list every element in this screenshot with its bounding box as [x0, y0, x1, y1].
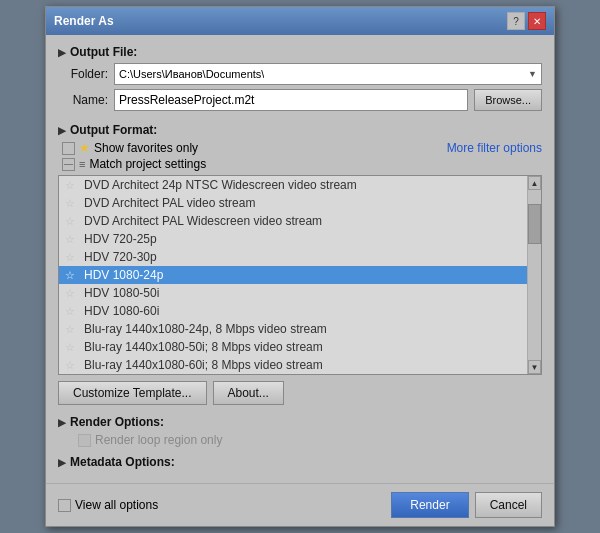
metadata-options-header: ▶ Metadata Options: [58, 455, 542, 469]
name-row: Name: Browse... [58, 89, 542, 111]
match-icon: ≡ [79, 158, 85, 170]
dialog-footer: View all options Render Cancel [46, 483, 554, 526]
item-star-icon: ☆ [65, 233, 79, 246]
footer-right: Render Cancel [391, 492, 542, 518]
loop-region-label: Render loop region only [95, 433, 222, 447]
item-star-icon: ☆ [65, 179, 79, 192]
name-input[interactable] [114, 89, 468, 111]
output-format-arrow: ▶ [58, 125, 66, 136]
filter-row: ★ Show favorites only More filter option… [58, 141, 542, 155]
dialog-body: ▶ Output File: Folder: C:\Users\Иванов\D… [46, 35, 554, 483]
show-favorites-label: Show favorites only [94, 141, 198, 155]
item-star-icon: ☆ [65, 341, 79, 354]
format-list[interactable]: ☆DVD Architect 24p NTSC Widescreen video… [59, 176, 541, 374]
format-list-item[interactable]: ☆DVD Architect PAL Widescreen video stre… [59, 212, 527, 230]
output-file-label: Output File: [70, 45, 137, 59]
browse-button[interactable]: Browse... [474, 89, 542, 111]
format-list-item[interactable]: ☆HDV 720-30p [59, 248, 527, 266]
title-bar: Render As ? ✕ [46, 7, 554, 35]
star-icon: ★ [79, 141, 90, 155]
folder-dropdown-arrow: ▼ [528, 69, 537, 79]
folder-row: Folder: C:\Users\Иванов\Documents\ ▼ [58, 63, 542, 85]
scroll-thumb[interactable] [528, 204, 541, 244]
title-bar-controls: ? ✕ [507, 12, 546, 30]
format-item-label: DVD Architect PAL video stream [84, 196, 255, 210]
format-list-item[interactable]: ☆HDV 1080-60i [59, 302, 527, 320]
folder-value: C:\Users\Иванов\Documents\ [119, 68, 264, 80]
format-item-label: Blu-ray 1440x1080-60i; 8 Mbps video stre… [84, 358, 323, 372]
item-star-icon: ☆ [65, 269, 79, 282]
match-project-label: Match project settings [89, 157, 206, 171]
format-item-label: HDV 720-30p [84, 250, 157, 264]
format-item-label: Blu-ray 1440x1080-24p, 8 Mbps video stre… [84, 322, 327, 336]
loop-region-row: Render loop region only [58, 433, 542, 447]
render-as-dialog: Render As ? ✕ ▶ Output File: Folder: C:\… [45, 6, 555, 527]
folder-dropdown[interactable]: C:\Users\Иванов\Documents\ ▼ [114, 63, 542, 85]
item-star-icon: ☆ [65, 323, 79, 336]
more-filter-link[interactable]: More filter options [447, 141, 542, 155]
format-item-label: HDV 1080-50i [84, 286, 159, 300]
render-options-section: ▶ Render Options: Render loop region onl… [58, 415, 542, 447]
close-button[interactable]: ✕ [528, 12, 546, 30]
item-star-icon: ☆ [65, 359, 79, 372]
scroll-track-empty [528, 244, 541, 360]
format-list-item[interactable]: ☆Blu-ray 1440x1080-24p, 8 Mbps video str… [59, 320, 527, 338]
scroll-down-arrow[interactable]: ▼ [528, 360, 541, 374]
about-button[interactable]: About... [213, 381, 284, 405]
view-all-checkbox[interactable] [58, 499, 71, 512]
format-list-item[interactable]: ☆HDV 720-25p [59, 230, 527, 248]
view-all-label: View all options [75, 498, 158, 512]
match-row: — ≡ Match project settings [58, 157, 542, 171]
metadata-options-section: ▶ Metadata Options: [58, 455, 542, 473]
metadata-options-arrow: ▶ [58, 457, 66, 468]
output-file-header: ▶ Output File: [58, 45, 542, 59]
format-list-scrollbar[interactable]: ▲ ▼ [527, 176, 541, 374]
scroll-up-arrow[interactable]: ▲ [528, 176, 541, 190]
render-options-arrow: ▶ [58, 417, 66, 428]
format-item-label: HDV 1080-60i [84, 304, 159, 318]
output-format-label: Output Format: [70, 123, 157, 137]
output-file-section: ▶ Output File: Folder: C:\Users\Иванов\D… [58, 45, 542, 115]
favorites-checkbox[interactable] [62, 142, 75, 155]
render-button[interactable]: Render [391, 492, 468, 518]
render-options-label: Render Options: [70, 415, 164, 429]
format-item-label: DVD Architect PAL Widescreen video strea… [84, 214, 322, 228]
output-format-section: ▶ Output Format: ★ Show favorites only M… [58, 123, 542, 407]
format-item-label: HDV 1080-24p [84, 268, 163, 282]
item-star-icon: ☆ [65, 305, 79, 318]
format-list-item[interactable]: ☆HDV 1080-50i [59, 284, 527, 302]
item-star-icon: ☆ [65, 197, 79, 210]
filter-left: ★ Show favorites only [62, 141, 198, 155]
loop-region-checkbox [78, 434, 91, 447]
format-list-item[interactable]: ☆Blu-ray 1440x1080-50i; 8 Mbps video str… [59, 338, 527, 356]
item-star-icon: ☆ [65, 215, 79, 228]
format-list-item[interactable]: ☆DVD Architect PAL video stream [59, 194, 527, 212]
format-action-buttons: Customize Template... About... [58, 375, 542, 407]
format-item-label: Blu-ray 1440x1080-50i; 8 Mbps video stre… [84, 340, 323, 354]
footer-left: View all options [58, 498, 158, 512]
folder-label: Folder: [58, 67, 108, 81]
name-label: Name: [58, 93, 108, 107]
format-list-item[interactable]: ☆HDV 1080-24p [59, 266, 527, 284]
customize-template-button[interactable]: Customize Template... [58, 381, 207, 405]
format-list-container: ☆DVD Architect 24p NTSC Widescreen video… [58, 175, 542, 375]
item-star-icon: ☆ [65, 251, 79, 264]
metadata-options-label: Metadata Options: [70, 455, 175, 469]
match-checkbox[interactable]: — [62, 158, 75, 171]
format-item-label: DVD Architect 24p NTSC Widescreen video … [84, 178, 357, 192]
help-button[interactable]: ? [507, 12, 525, 30]
format-list-item[interactable]: ☆Blu-ray 1440x1080-60i; 8 Mbps video str… [59, 356, 527, 374]
dialog-title: Render As [54, 14, 114, 28]
render-options-header: ▶ Render Options: [58, 415, 542, 429]
output-format-header: ▶ Output Format: [58, 123, 542, 137]
cancel-button[interactable]: Cancel [475, 492, 542, 518]
output-file-arrow: ▶ [58, 47, 66, 58]
format-list-item[interactable]: ☆DVD Architect 24p NTSC Widescreen video… [59, 176, 527, 194]
format-item-label: HDV 720-25p [84, 232, 157, 246]
item-star-icon: ☆ [65, 287, 79, 300]
